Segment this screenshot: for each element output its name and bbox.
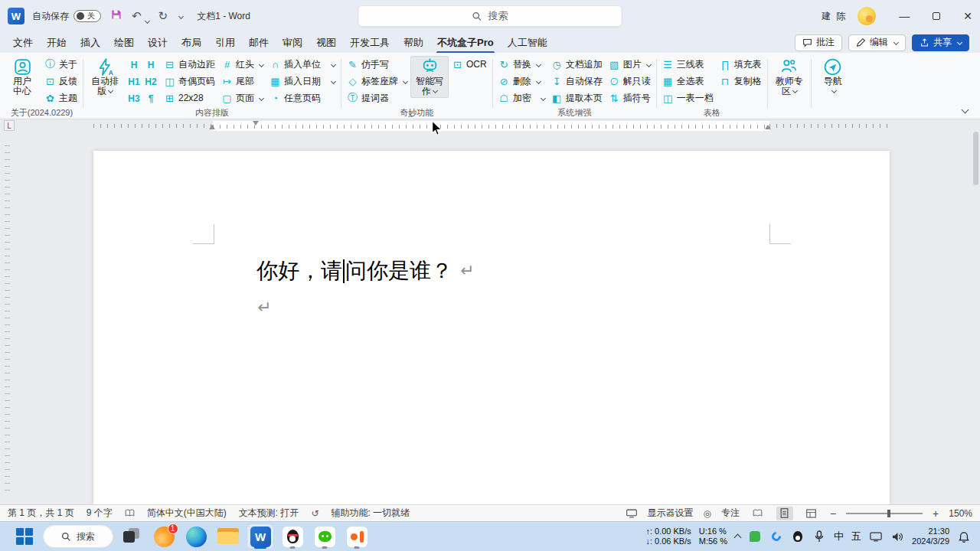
doc-append-button[interactable]: ◷文档追加 — [548, 56, 606, 73]
page-button[interactable]: ▢页面 — [218, 90, 266, 106]
zoom-out-button[interactable]: − — [830, 507, 836, 520]
select-table-button[interactable]: ▦全选表 — [659, 73, 717, 90]
microphone-icon[interactable] — [812, 530, 826, 543]
odd-even-page-number-button[interactable]: ◫奇偶页码 — [161, 73, 218, 90]
file-explorer-icon[interactable] — [214, 523, 242, 549]
vertical-ruler[interactable] — [5, 145, 10, 497]
tab-stop-selector[interactable]: L — [4, 120, 15, 131]
navigate-button[interactable]: 导航 — [814, 56, 852, 98]
tab-ai[interactable]: 人工智能 — [501, 34, 554, 52]
auto-margin-button[interactable]: ⊟自动边距 — [161, 56, 218, 73]
replace-button[interactable]: ↻替换 — [495, 56, 548, 73]
autosave-toggle[interactable]: 关 — [74, 10, 101, 22]
auto-save-button[interactable]: ↧自动保存 — [548, 73, 606, 90]
web-layout-button[interactable] — [803, 507, 820, 520]
browser-icon[interactable]: 1 — [150, 523, 178, 549]
vertical-scrollbar[interactable] — [973, 132, 978, 185]
style-h3-button[interactable]: H3 — [126, 90, 142, 107]
theme-button[interactable]: ✿主题 — [41, 90, 80, 106]
print-layout-button[interactable] — [776, 507, 793, 520]
tab-home[interactable]: 开始 — [40, 34, 74, 52]
feedback-button[interactable]: ⊡反馈 — [41, 73, 80, 90]
search-input[interactable]: 搜索 — [358, 5, 622, 27]
task-view-button[interactable] — [118, 523, 145, 549]
zoom-slider[interactable] — [846, 513, 923, 514]
tab-draw[interactable]: 绘图 — [107, 34, 141, 52]
delete-button[interactable]: ⊘删除 — [495, 73, 548, 90]
display-settings-button[interactable]: 显示器设置 — [647, 507, 693, 520]
tray-expand-button[interactable] — [734, 534, 742, 542]
restore-button[interactable] — [933, 12, 940, 20]
red-header-button[interactable]: #红头 — [218, 56, 266, 73]
focus-button[interactable]: 专注 — [721, 507, 740, 520]
insert-symbol-button[interactable]: ⇅插符号 — [606, 90, 654, 106]
text-prediction[interactable]: 文本预测: 打开 — [239, 507, 299, 520]
undo-button[interactable]: ↶ — [132, 9, 149, 23]
horizontal-ruler[interactable]: L — [0, 119, 980, 132]
tab-insert[interactable]: 插入 — [74, 34, 107, 52]
tab-references[interactable]: 引用 — [208, 34, 242, 52]
volume-icon[interactable] — [890, 530, 904, 543]
right-indent-marker[interactable] — [765, 125, 771, 129]
style-h1-button[interactable]: H1 — [126, 73, 142, 90]
tray-app-blue-icon[interactable] — [769, 530, 783, 543]
tab-file[interactable]: 文件 — [6, 34, 40, 52]
close-button[interactable]: ✕ — [963, 10, 972, 22]
ime-indicator[interactable]: 中 — [834, 530, 844, 543]
tab-layout[interactable]: 布局 — [175, 34, 208, 52]
about-button[interactable]: ⓘ关于 — [41, 56, 80, 73]
first-line-indent-marker[interactable] — [253, 121, 259, 126]
table-per-doc-button[interactable]: ◫一表一档 — [659, 90, 717, 106]
comments-button[interactable]: 批注 — [795, 34, 842, 51]
user-center-button[interactable]: 用户中心 — [3, 56, 41, 98]
save-icon[interactable] — [110, 8, 122, 24]
document-page[interactable]: 你好，请问你是谁？ ↵ ↵ — [93, 151, 890, 504]
copy-cell-button[interactable]: ⊓复制格 — [717, 73, 765, 90]
read-mode-button[interactable] — [750, 507, 766, 520]
tray-qq-icon[interactable] — [791, 530, 805, 543]
tab-help[interactable]: 帮助 — [397, 34, 430, 52]
start-button[interactable] — [11, 523, 38, 549]
customize-qat-button[interactable] — [177, 15, 183, 18]
word-count[interactable]: 9 个字 — [87, 507, 113, 520]
picture-button[interactable]: ▧图片 — [606, 56, 654, 73]
share-button[interactable]: 共享 — [912, 34, 969, 51]
zoom-slider-thumb[interactable] — [887, 510, 890, 517]
tray-app-green-icon[interactable] — [748, 530, 762, 543]
proofing-icon[interactable] — [125, 508, 135, 518]
remove-readonly-button[interactable]: ∅解只读 — [606, 73, 654, 90]
cpu-mem-usage[interactable]: U:16 %M:56 % — [699, 527, 727, 546]
minimize-button[interactable]: — — [899, 10, 910, 22]
teacher-zone-button[interactable]: 教师专区 — [770, 56, 808, 98]
encrypt-button[interactable]: ☖加密 — [495, 90, 548, 106]
ai-writing-button[interactable]: 智能写作 — [410, 56, 449, 98]
tab-view[interactable]: 视图 — [309, 34, 343, 52]
taskbar-search[interactable]: 搜索 — [43, 525, 113, 548]
style-h2-button[interactable]: H2 — [142, 73, 159, 90]
redo-button[interactable]: ↻ — [158, 9, 168, 23]
ocr-button[interactable]: ⊡OCR — [449, 56, 490, 73]
wechat-icon[interactable] — [311, 523, 338, 549]
insert-date-button[interactable]: ▦插入日期 — [266, 73, 338, 90]
handwriting-button[interactable]: ✎仿手写 — [344, 56, 410, 73]
cast-display-icon[interactable] — [869, 530, 883, 543]
hanging-indent-marker[interactable] — [209, 125, 215, 129]
tail-button[interactable]: ↦尾部 — [218, 73, 266, 90]
label-card-button[interactable]: ◇标签座牌 — [344, 73, 410, 90]
network-speed[interactable]: ↑: 0.00 KB/s↓: 0.06 KB/s — [645, 527, 691, 546]
teleprompter-button[interactable]: Ⓣ提词器 — [344, 90, 410, 106]
style-h-button[interactable]: H — [126, 57, 142, 73]
paragraph-1[interactable]: 你好，请问你是谁？ ↵ — [256, 256, 474, 285]
page-indicator[interactable]: 第 1 页，共 1 页 — [8, 507, 74, 520]
tab-bukeng-box-pro[interactable]: 不坑盒子Pro — [430, 34, 501, 52]
insert-unit-button[interactable]: ∩插入单位 — [266, 56, 338, 73]
wubi-indicator[interactable]: 五 — [851, 530, 861, 543]
tab-design[interactable]: 设计 — [141, 34, 175, 52]
tab-review[interactable]: 审阅 — [276, 34, 309, 52]
zoom-level[interactable]: 150% — [949, 508, 972, 519]
word-app-icon[interactable]: W — [8, 8, 24, 24]
grid-22x28-button[interactable]: ⊞22x28 — [161, 90, 218, 106]
any-page-number-button[interactable]: ◔任意页码 — [266, 90, 338, 106]
tab-mailings[interactable]: 邮件 — [242, 34, 276, 52]
style-paragraph-button[interactable]: ¶ — [142, 90, 159, 107]
